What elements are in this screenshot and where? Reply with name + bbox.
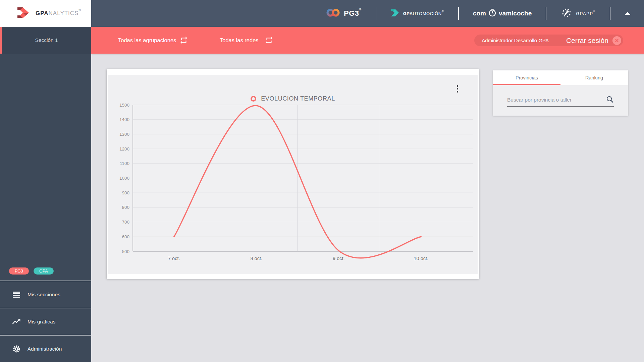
swap-redes-icon[interactable]	[265, 36, 273, 45]
collapse-header-caret[interactable]	[625, 12, 631, 15]
sidebar-item-administracion[interactable]: Administración	[0, 335, 91, 362]
section-label: Sección 1	[35, 37, 58, 43]
comprovamicoche-logo[interactable]: com vamicoche	[473, 8, 532, 18]
tab-provincias[interactable]: Provincias	[493, 70, 560, 85]
badge-gpa[interactable]: GPA	[34, 267, 53, 275]
logout-button[interactable]: Cerrar sesión	[566, 37, 608, 45]
badge-pg3[interactable]: PG3	[9, 267, 29, 275]
header-divider	[458, 7, 459, 20]
filter-toolbar: Todas las agrupaciones Todas las redes A…	[91, 27, 644, 54]
pg3-logo[interactable]: PG3®	[326, 8, 362, 19]
gpanalytics-arrow-icon	[15, 5, 31, 22]
gpapp-wrench-icon	[560, 7, 573, 20]
evolution-chart-card: EVOLUCION TEMPORAL 500600700800900100011…	[107, 69, 479, 279]
logged-user-name: Administrador Desarrollo GPA	[482, 38, 549, 43]
menu-icon	[12, 291, 21, 298]
brand-nalytics: NALYTICS	[49, 10, 79, 16]
svg-text:8 oct.: 8 oct.	[251, 256, 262, 261]
top-header-bar: PG3® GPAUTOMOCIÓN® com	[0, 0, 644, 27]
svg-text:900: 900	[122, 190, 129, 195]
pg3-reg: ®	[359, 8, 361, 11]
sidebar-item-mis-secciones[interactable]: Mis secciones	[0, 281, 91, 308]
search-icon[interactable]	[606, 96, 614, 105]
panel-search-area	[493, 85, 628, 116]
gpautomocion-label: UTOMOCIÓN	[413, 11, 442, 16]
gpautomocion-logo[interactable]: GPAUTOMOCIÓN®	[390, 8, 444, 18]
svg-text:1300: 1300	[119, 132, 129, 137]
trend-icon	[12, 318, 21, 325]
sidebar-item-mis-graficas[interactable]: Mis gráficas	[0, 308, 91, 335]
comprovamicoche-post: vamicoche	[499, 10, 532, 17]
sidebar-menu: Mis secciones Mis gráficas	[0, 281, 91, 362]
gear-icon	[12, 345, 21, 353]
sidebar: Sección 1 PG3 GPA Mis secciones	[0, 27, 91, 362]
svg-text:1200: 1200	[119, 146, 129, 152]
svg-text:7 oct.: 7 oct.	[168, 256, 180, 261]
menu-item-label: Mis gráficas	[28, 319, 56, 324]
swap-agrupaciones-icon[interactable]	[179, 36, 188, 45]
menu-item-label: Mis secciones	[28, 292, 60, 297]
panel-tabbar: Provincias Ranking	[493, 70, 628, 85]
svg-text:500: 500	[122, 249, 129, 254]
sidebar-item-seccion-1[interactable]: Sección 1	[0, 27, 91, 54]
gpanalytics-dashboard: PG3® GPAUTOMOCIÓN® com	[0, 0, 644, 362]
header-divider	[376, 7, 376, 20]
brand-logo: GPANALYTICS®	[0, 0, 91, 27]
gpautomocion-arrow-icon	[390, 8, 400, 18]
active-tab-underline	[493, 84, 560, 85]
sidebar-badges: PG3 GPA	[9, 267, 54, 275]
gpautomocion-label-bold: GPA	[403, 11, 413, 16]
provinces-panel: Provincias Ranking	[493, 70, 628, 116]
pg3-label: PG3	[344, 9, 359, 17]
menu-item-label: Administración	[28, 346, 62, 352]
chart-options-kebab-icon[interactable]	[455, 84, 460, 94]
svg-text:1100: 1100	[120, 161, 129, 166]
svg-text:1500: 1500	[119, 103, 129, 108]
tab-ranking[interactable]: Ranking	[560, 70, 628, 85]
svg-text:10 oct.: 10 oct.	[414, 256, 428, 261]
gpautomocion-reg: ®	[442, 10, 444, 13]
svg-text:1000: 1000	[119, 176, 129, 181]
search-input[interactable]	[507, 94, 614, 107]
header-divider	[546, 7, 546, 20]
comprovamicoche-pre: com	[473, 10, 486, 17]
filter-redes[interactable]: Todas las redes	[220, 27, 259, 54]
brand-reg: ®	[78, 8, 81, 12]
gpapp-label: GPAPP	[576, 11, 593, 16]
evolution-chart-svg: 5006007008009001000110012001300140015007…	[107, 69, 479, 279]
pg3-infinity-icon	[326, 8, 340, 19]
clock-icon	[488, 8, 497, 18]
svg-text:9 oct.: 9 oct.	[333, 256, 344, 261]
partner-logos: PG3® GPAUTOMOCIÓN® com	[326, 0, 631, 27]
brand-gpa: GPA	[36, 10, 49, 16]
header-divider	[610, 7, 610, 20]
gpapp-reg: ®	[593, 10, 596, 13]
gpapp-logo[interactable]: GPAPP®	[560, 7, 596, 20]
svg-text:700: 700	[122, 220, 129, 225]
filter-agrupaciones[interactable]: Todas las agrupaciones	[118, 27, 176, 54]
svg-text:600: 600	[122, 234, 129, 239]
logout-x-icon[interactable]: ×	[612, 36, 621, 45]
svg-text:800: 800	[122, 205, 129, 210]
svg-text:1400: 1400	[119, 117, 129, 122]
user-session-pill: Administrador Desarrollo GPA Cerrar sesi…	[474, 35, 623, 46]
